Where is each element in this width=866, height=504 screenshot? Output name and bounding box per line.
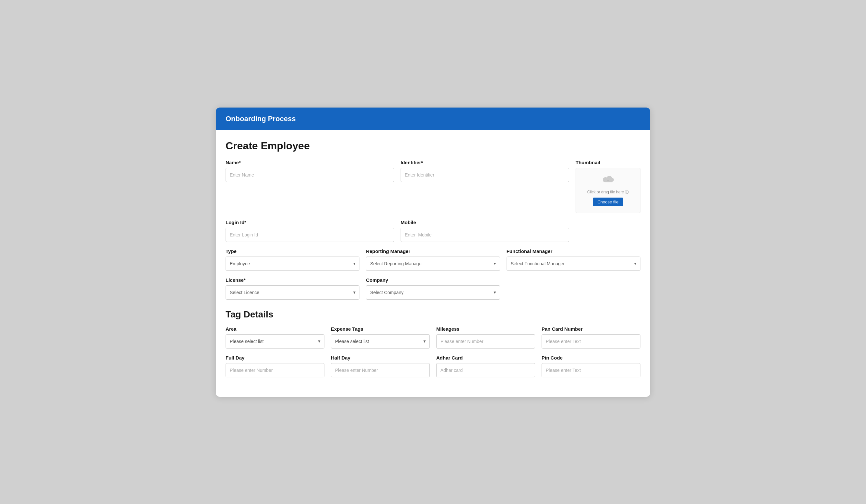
reporting-manager-label: Reporting Manager xyxy=(366,248,500,254)
tag-details-title: Tag Details xyxy=(225,309,641,320)
login-id-label: Login Id* xyxy=(225,220,394,225)
type-label: Type xyxy=(225,248,359,254)
area-select[interactable]: Please select list xyxy=(225,334,324,348)
area-group: Area Please select list ▼ xyxy=(225,326,324,348)
pan-card-input[interactable] xyxy=(542,334,641,348)
functional-manager-label: Functional Manager xyxy=(507,248,641,254)
type-managers-row: Type Employee ▼ Reporting Manager Select… xyxy=(225,248,641,271)
expense-tags-label: Expense Tags xyxy=(331,326,430,332)
pin-code-label: Pin Code xyxy=(542,355,641,360)
login-id-group: Login Id* xyxy=(225,220,394,242)
thumbnail-label: Thumbnail xyxy=(576,160,641,165)
name-label: Name* xyxy=(225,160,394,165)
mileagess-input[interactable] xyxy=(436,334,535,348)
adhar-card-label: Adhar Card xyxy=(436,355,535,360)
reporting-manager-select[interactable]: Select Reporting Manager xyxy=(366,257,500,271)
create-employee-section: Create Employee Name* Identifier* Thumbn… xyxy=(225,140,641,300)
expense-tags-select[interactable]: Please select list xyxy=(331,334,430,348)
identifier-group: Identifier* xyxy=(401,160,569,182)
mobile-label: Mobile xyxy=(401,220,569,225)
company-select-wrapper: Select Company ▼ xyxy=(366,285,500,300)
thumbnail-upload-box: Click or drag file here ⓘ Choose file xyxy=(576,168,641,213)
full-day-group: Full Day xyxy=(225,355,324,377)
upload-cloud-icon xyxy=(601,175,614,187)
area-label: Area xyxy=(225,326,324,332)
full-day-label: Full Day xyxy=(225,355,324,360)
type-group: Type Employee ▼ xyxy=(225,248,359,271)
upload-hint-text: Click or drag file here ⓘ xyxy=(587,190,629,195)
identifier-label: Identifier* xyxy=(401,160,569,165)
name-input[interactable] xyxy=(225,168,394,182)
thumbnail-group: Thumbnail Click or drag file here ⓘ Choo… xyxy=(576,160,641,213)
company-select[interactable]: Select Company xyxy=(366,285,500,300)
reporting-manager-group: Reporting Manager Select Reporting Manag… xyxy=(366,248,500,271)
license-label: License* xyxy=(225,277,359,283)
half-day-group: Half Day xyxy=(331,355,430,377)
functional-manager-select-wrapper: Select Functional Manager ▼ xyxy=(507,257,641,271)
pan-card-group: Pan Card Number xyxy=(542,326,641,348)
name-group: Name* xyxy=(225,160,394,182)
choose-file-button[interactable]: Choose file xyxy=(593,198,623,206)
name-identifier-row: Name* Identifier* Thumbnail xyxy=(225,160,641,213)
expense-tags-select-wrapper: Please select list ▼ xyxy=(331,334,430,348)
mobile-input[interactable] xyxy=(401,228,569,242)
pin-code-group: Pin Code xyxy=(542,355,641,377)
adhar-card-input[interactable] xyxy=(436,363,535,377)
main-card: Onboarding Process Create Employee Name*… xyxy=(216,108,650,397)
tag-row-2: Full Day Half Day Adhar Card Pin Code xyxy=(225,355,641,377)
license-select-wrapper: Select Licence ▼ xyxy=(225,285,359,300)
header-title: Onboarding Process xyxy=(225,115,296,123)
license-group: License* Select Licence ▼ xyxy=(225,277,359,300)
mobile-group: Mobile xyxy=(401,220,569,242)
pan-card-label: Pan Card Number xyxy=(542,326,641,332)
pin-code-input[interactable] xyxy=(542,363,641,377)
type-select[interactable]: Employee xyxy=(225,257,359,271)
half-day-input[interactable] xyxy=(331,363,430,377)
license-select[interactable]: Select Licence xyxy=(225,285,359,300)
page-body: Create Employee Name* Identifier* Thumbn… xyxy=(216,130,650,397)
full-day-input[interactable] xyxy=(225,363,324,377)
area-select-wrapper: Please select list ▼ xyxy=(225,334,324,348)
mileagess-group: Mileagess xyxy=(436,326,535,348)
tag-details-section: Tag Details Area Please select list ▼ Ex… xyxy=(225,309,641,377)
license-company-row: License* Select Licence ▼ Company Select… xyxy=(225,277,641,300)
adhar-card-group: Adhar Card xyxy=(436,355,535,377)
page-header: Onboarding Process xyxy=(216,108,650,130)
company-group: Company Select Company ▼ xyxy=(366,277,500,300)
half-day-label: Half Day xyxy=(331,355,430,360)
functional-manager-select[interactable]: Select Functional Manager xyxy=(507,257,641,271)
expense-tags-group: Expense Tags Please select list ▼ xyxy=(331,326,430,348)
tag-row-1: Area Please select list ▼ Expense Tags P… xyxy=(225,326,641,348)
login-id-input[interactable] xyxy=(225,228,394,242)
login-mobile-row: Login Id* Mobile xyxy=(225,220,641,242)
company-label: Company xyxy=(366,277,500,283)
mileagess-label: Mileagess xyxy=(436,326,535,332)
identifier-input[interactable] xyxy=(401,168,569,182)
functional-manager-group: Functional Manager Select Functional Man… xyxy=(507,248,641,271)
reporting-manager-select-wrapper: Select Reporting Manager ▼ xyxy=(366,257,500,271)
type-select-wrapper: Employee ▼ xyxy=(225,257,359,271)
create-employee-title: Create Employee xyxy=(225,140,641,152)
